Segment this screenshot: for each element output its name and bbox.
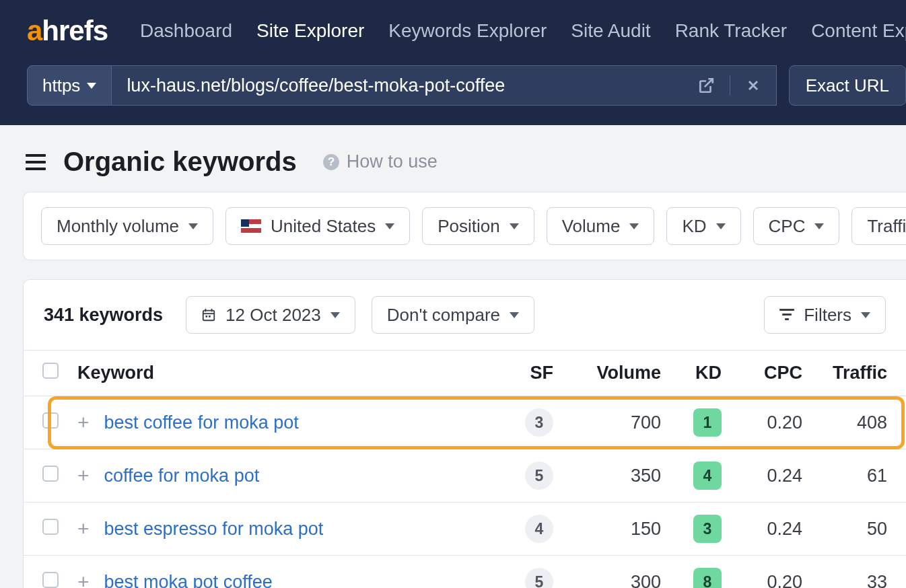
svg-rect-7 [211, 309, 213, 312]
col-traffic[interactable]: Traffic [812, 351, 906, 396]
expand-icon[interactable]: + [77, 517, 90, 540]
svg-rect-0 [26, 154, 46, 157]
how-to-use-label: How to use [347, 151, 438, 172]
row-checkbox[interactable] [42, 466, 59, 482]
cpc-filter[interactable]: CPC [753, 207, 840, 245]
country-label: United States [271, 216, 376, 237]
traffic-cell: 33 [812, 556, 906, 589]
svg-rect-11 [779, 309, 794, 311]
help-icon: ? [322, 153, 340, 171]
volume-cell: 700 [563, 396, 670, 449]
exact-url-label: Exact URL [806, 75, 889, 96]
kd-filter[interactable]: KD [666, 207, 740, 245]
traffic-filter[interactable]: Traffic [851, 207, 906, 245]
chevron-down-icon [510, 223, 519, 229]
chevron-down-icon [814, 223, 824, 229]
traffic-label: Traffic [867, 216, 906, 237]
row-checkbox[interactable] [42, 412, 59, 429]
keywords-table-card: 341 keywords 12 Oct 2023 Don't compare F… [23, 279, 906, 588]
nav-item-dashboard[interactable]: Dashboard [140, 20, 232, 42]
url-input[interactable]: lux-haus.net/blogs/coffee/best-moka-pot-… [112, 65, 776, 106]
nav-item-site-audit[interactable]: Site Audit [571, 20, 650, 42]
table-header-row: Keyword SF Volume KD CPC Traffic [24, 351, 906, 396]
svg-rect-2 [26, 168, 46, 170]
nav-item-site-explorer[interactable]: Site Explorer [256, 20, 364, 42]
url-bar: https lux-haus.net/blogs/coffee/best-mok… [0, 62, 906, 125]
monthly-volume-label: Monthly volume [57, 216, 179, 237]
chevron-down-icon [385, 223, 394, 229]
cpc-cell: 0.20 [731, 396, 812, 449]
keywords-table: Keyword SF Volume KD CPC Traffic +best c… [24, 350, 906, 588]
exact-url-dropdown[interactable]: Exact URL [789, 65, 906, 106]
position-filter[interactable]: Position [422, 207, 534, 245]
col-cpc[interactable]: CPC [731, 351, 812, 396]
protocol-label: https [42, 75, 80, 96]
table-row: +coffee for moka pot535040.2461 [24, 449, 906, 503]
logo[interactable]: ahrefs [27, 15, 108, 47]
keyword-link[interactable]: best coffee for moka pot [104, 412, 299, 433]
nav-item-content-explorer[interactable]: Content Explorer [811, 20, 906, 42]
cpc-cell: 0.24 [731, 449, 812, 503]
separator [730, 75, 730, 96]
chevron-down-icon [87, 83, 96, 89]
volume-cell: 350 [563, 449, 670, 503]
nav-item-rank-tracker[interactable]: Rank Tracker [675, 20, 788, 42]
row-checkbox[interactable] [42, 572, 59, 588]
country-filter[interactable]: United States [225, 207, 410, 245]
close-icon[interactable] [745, 77, 761, 94]
nav-items: DashboardSite ExplorerKeywords ExplorerS… [140, 20, 906, 42]
col-kd[interactable]: KD [670, 351, 731, 396]
protocol-dropdown[interactable]: https [27, 65, 112, 106]
nav-item-keywords-explorer[interactable]: Keywords Explorer [388, 20, 547, 42]
filters-button[interactable]: Filters [764, 296, 886, 334]
how-to-use-link[interactable]: ? How to use [322, 151, 438, 172]
traffic-cell: 408 [812, 396, 906, 449]
svg-rect-8 [203, 313, 215, 314]
compare-dropdown[interactable]: Don't compare [372, 296, 534, 334]
col-volume[interactable]: Volume [563, 351, 670, 396]
row-checkbox[interactable] [42, 519, 59, 535]
chevron-down-icon [330, 312, 340, 318]
col-sf[interactable]: SF [502, 351, 563, 396]
svg-rect-10 [209, 316, 211, 318]
keyword-link[interactable]: best espresso for moka pot [104, 519, 324, 540]
keyword-link[interactable]: best moka pot coffee [104, 572, 273, 589]
expand-icon[interactable]: + [77, 571, 90, 588]
svg-rect-9 [206, 316, 208, 318]
position-label: Position [438, 216, 500, 237]
table-row: +best espresso for moka pot415030.2450 [24, 503, 906, 556]
monthly-volume-filter[interactable]: Monthly volume [41, 207, 213, 245]
page-header: Organic keywords ? How to use [0, 125, 906, 192]
chevron-down-icon [861, 312, 870, 318]
table-toolbar: 341 keywords 12 Oct 2023 Don't compare F… [24, 280, 906, 350]
select-all-checkbox[interactable] [42, 363, 59, 379]
date-label: 12 Oct 2023 [225, 305, 321, 326]
url-text: lux-haus.net/blogs/coffee/best-moka-pot-… [127, 75, 505, 96]
volume-filter[interactable]: Volume [547, 207, 655, 245]
filter-icon [779, 309, 794, 321]
external-link-icon[interactable] [697, 77, 715, 94]
traffic-cell: 50 [812, 503, 906, 556]
svg-text:?: ? [328, 155, 335, 168]
expand-icon[interactable]: + [77, 411, 90, 434]
chevron-down-icon [510, 312, 519, 318]
filters-label: Filters [804, 305, 851, 326]
kd-badge: 1 [693, 408, 722, 437]
col-keyword[interactable]: Keyword [68, 351, 502, 396]
filters-bar: Monthly volume United States Position Vo… [23, 192, 906, 260]
sf-badge: 5 [525, 568, 553, 588]
date-picker[interactable]: 12 Oct 2023 [186, 296, 355, 334]
cpc-label: CPC [769, 216, 806, 237]
sf-badge: 4 [525, 515, 553, 543]
page-title: Organic keywords [63, 147, 297, 177]
calendar-icon [201, 307, 216, 322]
sf-badge: 5 [525, 462, 553, 490]
table-row: +best coffee for moka pot370010.20408 [24, 396, 906, 449]
hamburger-icon[interactable] [26, 154, 46, 170]
us-flag-icon [241, 219, 261, 233]
compare-label: Don't compare [387, 305, 500, 326]
chevron-down-icon [716, 223, 726, 229]
url-actions [697, 75, 761, 96]
keyword-link[interactable]: coffee for moka pot [104, 466, 260, 486]
expand-icon[interactable]: + [77, 464, 90, 487]
